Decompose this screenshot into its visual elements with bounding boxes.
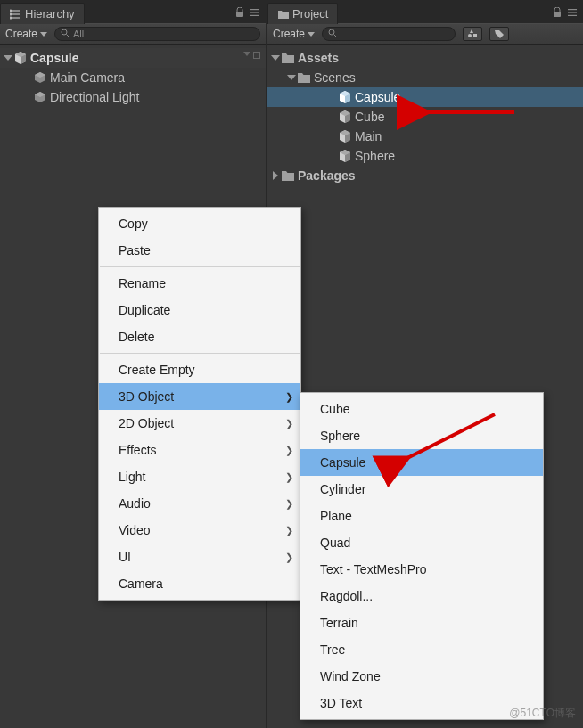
svg-rect-8 xyxy=(250,12,259,12)
svg-line-24 xyxy=(334,35,337,37)
project-assets-row[interactable]: Assets xyxy=(267,48,583,68)
menu-item[interactable]: UI❯ xyxy=(99,544,300,570)
asset-label: Main xyxy=(355,129,382,143)
filter-by-type-button[interactable] xyxy=(463,27,482,41)
filter-by-label-button[interactable] xyxy=(489,27,509,41)
foldout-icon[interactable] xyxy=(4,55,12,61)
foldout-icon[interactable] xyxy=(273,171,278,180)
menu-item[interactable]: Create Empty xyxy=(99,356,300,383)
menu-item-label: Audio xyxy=(119,496,151,511)
submenu-arrow-icon: ❯ xyxy=(285,471,293,483)
menu-item-label: Cube xyxy=(320,402,349,416)
menu-item[interactable]: Video❯ xyxy=(99,517,300,544)
menu-item[interactable]: Rename xyxy=(99,270,300,297)
svg-rect-22 xyxy=(568,15,577,16)
menu-item-label: Video xyxy=(119,523,151,537)
menu-item[interactable]: Sphere xyxy=(300,422,543,449)
menu-item[interactable]: Wind Zone xyxy=(300,663,543,690)
svg-point-23 xyxy=(329,29,334,35)
hierarchy-item[interactable]: Directional Light xyxy=(0,87,266,107)
submenu-arrow-icon: ❯ xyxy=(285,498,293,510)
hierarchy-create-button[interactable]: Create xyxy=(5,28,47,40)
menu-item[interactable]: Quad xyxy=(300,529,543,556)
tab-menu-icon[interactable] xyxy=(567,5,578,16)
menu-item[interactable]: 3D Text xyxy=(300,690,543,716)
hierarchy-item[interactable]: Main Camera xyxy=(0,68,266,87)
svg-rect-19 xyxy=(554,12,561,17)
svg-marker-27 xyxy=(470,29,473,33)
hierarchy-item-label: Main Camera xyxy=(50,70,125,85)
foldout-icon[interactable] xyxy=(287,75,296,80)
hierarchy-item-label: Directional Light xyxy=(50,90,139,104)
hierarchy-root-row[interactable]: Capsule xyxy=(0,48,266,68)
asset-label: Cube xyxy=(355,110,384,124)
menu-separator xyxy=(100,266,300,267)
menu-item[interactable]: Plane xyxy=(300,503,543,529)
menu-item[interactable]: Ragdoll... xyxy=(300,583,543,609)
menu-item-label: Capsule xyxy=(320,455,365,470)
svg-point-5 xyxy=(10,17,12,19)
gameobject-icon xyxy=(33,90,47,104)
menu-item[interactable]: Text - TextMeshPro xyxy=(300,556,543,583)
menu-item[interactable]: Light❯ xyxy=(99,463,300,490)
watermark: @51CTO博客 xyxy=(509,706,576,721)
menu-item-label: Tree xyxy=(320,642,345,657)
project-create-button[interactable]: Create xyxy=(273,28,315,40)
folder-icon xyxy=(297,70,311,85)
search-icon xyxy=(328,29,337,39)
menu-item[interactable]: Effects❯ xyxy=(99,437,300,463)
unity-scene-icon xyxy=(338,110,352,124)
context-submenu-3d-object[interactable]: CubeSphereCapsuleCylinderPlaneQuadText -… xyxy=(300,392,544,720)
foldout-icon[interactable] xyxy=(271,55,280,61)
menu-item[interactable]: Cube xyxy=(300,396,543,422)
tab-menu-icon[interactable] xyxy=(250,5,260,16)
menu-item[interactable]: Paste xyxy=(99,237,300,264)
menu-item[interactable]: Tree xyxy=(300,636,543,663)
svg-point-4 xyxy=(10,13,12,15)
folder-icon xyxy=(281,51,295,65)
menu-item[interactable]: Audio❯ xyxy=(99,490,300,517)
menu-item[interactable]: Copy xyxy=(99,210,300,237)
hierarchy-tab[interactable]: Hierarchy xyxy=(0,3,85,24)
menu-item[interactable]: 3D Object❯ xyxy=(99,383,300,410)
svg-line-11 xyxy=(67,35,70,37)
context-menu[interactable]: CopyPasteRenameDuplicateDeleteCreate Emp… xyxy=(98,207,301,601)
menu-item-label: Copy xyxy=(119,217,148,231)
unity-logo-icon xyxy=(13,51,28,65)
project-scene-asset[interactable]: Main xyxy=(267,127,583,146)
menu-item-label: Wind Zone xyxy=(320,669,381,683)
project-packages-row[interactable]: Packages xyxy=(267,166,583,185)
menu-item[interactable]: 2D Object❯ xyxy=(99,410,300,437)
project-scene-asset[interactable]: Cube xyxy=(267,107,583,127)
project-tab[interactable]: Project xyxy=(267,3,338,24)
menu-item-label: Create Empty xyxy=(119,363,195,377)
menu-item-label: Ragdoll... xyxy=(320,589,373,603)
menu-item[interactable]: Delete xyxy=(99,323,300,350)
lock-icon[interactable] xyxy=(235,5,244,16)
project-scenes-row[interactable]: Scenes xyxy=(267,68,583,87)
menu-item[interactable]: Terrain xyxy=(300,609,543,636)
menu-item[interactable]: Camera xyxy=(99,570,300,597)
menu-item-label: Paste xyxy=(119,243,151,258)
project-scene-asset[interactable]: Capsule xyxy=(267,87,583,107)
options-icon[interactable] xyxy=(253,52,260,59)
gameobject-icon xyxy=(33,70,47,85)
chevron-down-icon[interactable] xyxy=(243,52,250,56)
packages-label: Packages xyxy=(298,168,356,183)
menu-item[interactable]: Duplicate xyxy=(99,297,300,323)
menu-item[interactable]: Cylinder xyxy=(300,476,543,503)
menu-item-label: Light xyxy=(119,470,145,484)
unity-scene-icon xyxy=(338,149,352,163)
hierarchy-tab-label: Hierarchy xyxy=(25,7,75,20)
create-label: Create xyxy=(273,28,305,40)
menu-item[interactable]: Capsule xyxy=(300,449,543,476)
menu-item-label: Terrain xyxy=(320,616,358,630)
project-search-input[interactable] xyxy=(322,27,456,41)
hierarchy-search-input[interactable]: All xyxy=(54,27,260,41)
lock-icon[interactable] xyxy=(553,5,562,16)
menu-item-label: 2D Object xyxy=(119,416,174,430)
unity-scene-icon xyxy=(338,90,352,104)
svg-rect-9 xyxy=(250,15,259,16)
project-scene-asset[interactable]: Sphere xyxy=(267,146,583,166)
search-icon xyxy=(61,29,70,39)
